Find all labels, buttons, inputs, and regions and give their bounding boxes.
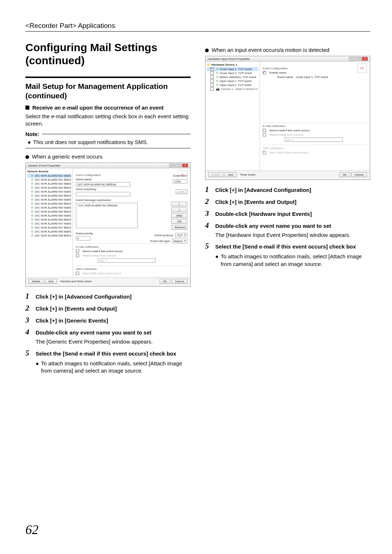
delete-button[interactable]: Delete bbox=[208, 172, 223, 177]
minimize-icon[interactable]: — bbox=[169, 164, 175, 167]
event-priority-input[interactable]: 0 bbox=[76, 236, 90, 241]
enable-event-checkbox[interactable] bbox=[263, 71, 266, 74]
tree-checkbox[interactable] bbox=[211, 67, 214, 71]
event-protocol-label: Event protocol: bbox=[155, 234, 174, 237]
generic-event-properties-window: Generic Event Properties — □ × JVC Gener… bbox=[25, 163, 191, 287]
square-bullet-icon bbox=[25, 106, 29, 110]
tree-item-label[interactable]: JVC NVR ALARM IN2 BREAK bbox=[34, 186, 71, 189]
event-msg-expr-input[interactable]: "JVC NVR ALARM IN1 BREAK" bbox=[76, 203, 138, 228]
tree-checkbox[interactable] bbox=[211, 83, 214, 87]
tree-item-label[interactable]: JVC NVR ALARM IN6 MAKE bbox=[34, 214, 71, 217]
footer-text: Timer event bbox=[240, 173, 255, 176]
tree-item-label[interactable]: JVC NVR ALARM IN8 BREAK bbox=[34, 234, 71, 237]
send-email-checkbox[interactable] bbox=[263, 129, 266, 132]
tree-item-label[interactable]: JVC NVR ALARM IN1 BREAK bbox=[34, 178, 71, 181]
expr-paren-open-button[interactable]: ( bbox=[171, 202, 187, 206]
tree-item-label[interactable]: JVC NVR ALARM IN2 MAKE bbox=[34, 182, 71, 185]
hardware-tree[interactable]: 📁 Hardware Device 1 ⚙Close input 1, TCP … bbox=[205, 62, 260, 171]
attach-image-source-select[interactable]: N/A bbox=[285, 138, 343, 142]
cancel-button[interactable]: Cancel bbox=[172, 279, 187, 284]
expr-or-button[interactable]: OR bbox=[171, 219, 187, 224]
step-number: 5 bbox=[25, 349, 32, 358]
close-icon[interactable]: × bbox=[182, 164, 188, 167]
tree-item-label[interactable]: JVC NVR ALARM IN8 MAKE bbox=[34, 230, 71, 233]
gear-icon: ⚙ bbox=[31, 182, 33, 185]
attach-image-checkbox[interactable] bbox=[76, 254, 79, 257]
tree-item-label[interactable]: JVC NVR ALARM IN6 BREAK bbox=[34, 218, 71, 221]
add-button[interactable]: Add bbox=[225, 172, 236, 177]
event-protocol-select[interactable]: TCP bbox=[175, 233, 187, 237]
add-button[interactable]: Add bbox=[45, 279, 57, 284]
step-text: Double-click any event name you want to … bbox=[215, 222, 331, 230]
tree-item-label[interactable]: JVC NVR ALARM IN3 BREAK bbox=[34, 194, 71, 197]
tree-item-label[interactable]: JVC NVR ALARM IN7 MAKE bbox=[34, 222, 71, 225]
expr-paren-close-button[interactable]: ) bbox=[171, 208, 187, 212]
tree-checkbox[interactable] bbox=[211, 79, 214, 83]
minimize-icon[interactable]: — bbox=[349, 57, 355, 61]
event-port-input[interactable]: 1234 bbox=[173, 179, 187, 184]
expr-remove-button[interactable]: Remove bbox=[171, 225, 187, 230]
ok-button[interactable]: OK bbox=[339, 172, 350, 177]
gear-icon: ⚙ bbox=[216, 71, 219, 75]
gear-icon: ⚙ bbox=[216, 83, 219, 87]
tree-checkbox[interactable] bbox=[211, 71, 214, 75]
camera-icon: 📷 bbox=[216, 87, 220, 91]
tree-item-label[interactable]: JVC NVR ALARM IN3 MAKE bbox=[34, 190, 71, 193]
attach-image-checkbox[interactable] bbox=[263, 133, 266, 136]
event-substring-input[interactable] bbox=[76, 192, 130, 196]
tree-checkbox[interactable] bbox=[211, 87, 214, 91]
tree-item-label[interactable]: Close input 1, TCP event bbox=[220, 67, 252, 71]
close-icon[interactable]: × bbox=[362, 57, 368, 61]
intro-text: Select the e-mail notification setting c… bbox=[25, 113, 191, 128]
gear-icon: ⚙ bbox=[216, 75, 219, 79]
attach-image-source-select[interactable]: N/A bbox=[98, 258, 156, 263]
step-text: Click [+] in [Generic Events] bbox=[36, 317, 108, 324]
cancel-button[interactable]: Cancel bbox=[351, 172, 367, 177]
gear-icon: ⚙ bbox=[31, 230, 33, 233]
tree-item-label[interactable]: JVC NVR ALARM IN7 BREAK bbox=[34, 226, 71, 229]
gear-icon: ⚙ bbox=[31, 202, 33, 205]
tree-item-label[interactable]: Motion detection, TCP event bbox=[220, 75, 256, 79]
tree-item-label[interactable]: Close input 2, TCP event bbox=[220, 71, 252, 75]
ok-button[interactable]: OK bbox=[160, 279, 171, 284]
tree-item-label[interactable]: JVC NVR ALARM IN4 MAKE bbox=[34, 198, 71, 201]
maximize-icon[interactable]: □ bbox=[355, 57, 361, 61]
event-port-label: Event port: bbox=[173, 174, 187, 177]
tree-item-label[interactable]: Open input 1, TCP event bbox=[220, 79, 252, 83]
circle-bullet-icon bbox=[25, 155, 29, 159]
step-number: 2 bbox=[205, 197, 212, 206]
window-title: Generic Event Properties bbox=[28, 164, 60, 167]
send-sms-checkbox[interactable] bbox=[263, 151, 266, 154]
tree-item-label[interactable]: JVC NVR ALARM IN5 BREAK bbox=[34, 210, 71, 213]
step-text: Click [+] in [Events and Output] bbox=[215, 198, 297, 206]
tree-item-label[interactable]: JVC NVR ALARM IN5 MAKE bbox=[34, 206, 71, 209]
send-sms-label: Send SMS if this event occurs bbox=[269, 151, 308, 154]
window-title: Hardware Input Event Properties bbox=[208, 57, 250, 61]
step-number: 3 bbox=[205, 209, 212, 218]
tree-item-label[interactable]: JVC NVR ALARM IN4 BREAK bbox=[34, 202, 71, 205]
event-name-input[interactable]: JVC NVR ALARM IN1 BREAK bbox=[76, 182, 130, 186]
note-line bbox=[42, 134, 191, 134]
note-end-line bbox=[25, 148, 191, 148]
page-title: Configuring Mail Settings (continued) bbox=[25, 41, 191, 67]
tree-item-label[interactable]: Camera 1 - Built-In Motion D bbox=[221, 87, 257, 91]
note-label: Note: bbox=[25, 131, 39, 137]
send-sms-checkbox[interactable] bbox=[76, 272, 79, 275]
step-text: Click [+] in [Events and Output] bbox=[36, 305, 117, 312]
event-rule-type-select[interactable]: Search bbox=[172, 239, 187, 243]
add-substring-button[interactable]: Add bbox=[176, 189, 187, 194]
event-priority-label: Event priority: bbox=[76, 232, 94, 235]
generic-events-tree[interactable]: Generic Events ⚙JVC NVR ALARM IN1 MAKE ⚙… bbox=[26, 168, 73, 277]
event-rule-type-label: Event rule type: bbox=[150, 239, 171, 243]
tree-checkbox[interactable] bbox=[211, 75, 214, 79]
tree-item-label[interactable]: Open input 2, TCP event bbox=[220, 83, 252, 87]
send-email-checkbox[interactable] bbox=[76, 250, 79, 253]
gear-icon: ⚙ bbox=[31, 210, 33, 213]
step-text: Double-click any event name you want to … bbox=[36, 329, 151, 336]
maximize-icon[interactable]: □ bbox=[176, 164, 181, 167]
generic-occurs-label: When a generic event occurs bbox=[32, 153, 102, 160]
event-name-value: Close input 1, TCP event bbox=[296, 75, 328, 79]
tree-item-label[interactable]: JVC NVR ALARM IN1 MAKE bbox=[34, 174, 71, 177]
delete-button[interactable]: Delete bbox=[29, 279, 44, 284]
expr-and-button[interactable]: AND bbox=[171, 213, 187, 218]
